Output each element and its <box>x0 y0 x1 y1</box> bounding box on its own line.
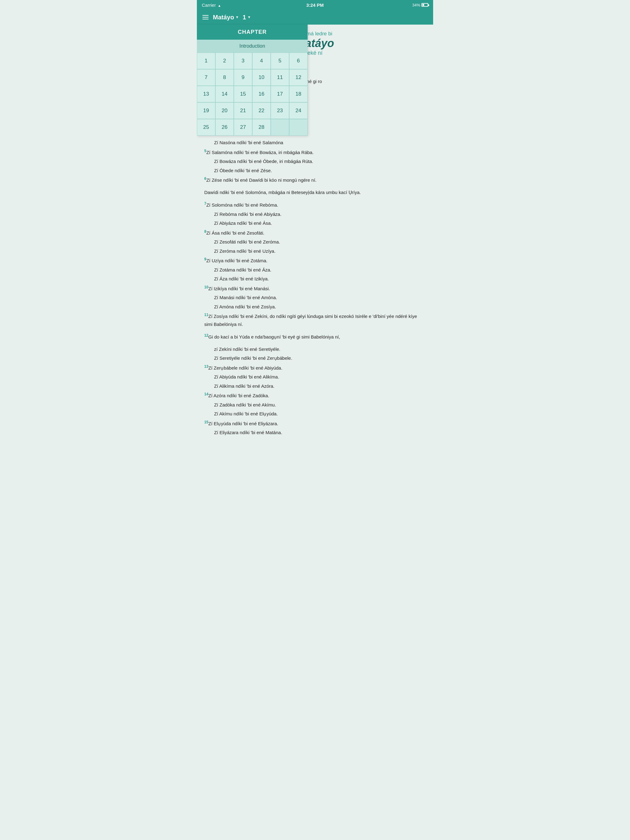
verse-line: Zí Zotáma ndíki 'bi ené Áza. <box>204 266 426 274</box>
nav-title[interactable]: Matáyo ▼ 1 ▼ <box>213 14 251 21</box>
verse-number: 13 <box>204 364 208 369</box>
verse-line: Zí Abiyúda ndíki 'bi ené Alikíma. <box>204 373 426 381</box>
verse-line: 9Zí Uzíya ndíki 'bi ené Zotáma. <box>204 256 426 265</box>
verse-line: Zí Eliyázara ndíki 'bi ené Matána. <box>204 429 426 437</box>
battery-percentage: 34% <box>412 3 420 7</box>
book-title: Matáyo <box>213 14 234 21</box>
chapter-cell-7[interactable]: 7 <box>197 69 215 86</box>
chapter-cell-1[interactable]: 1 <box>197 52 215 69</box>
book-dropdown-arrow: ▼ <box>235 15 239 19</box>
verse-number: 9 <box>204 257 206 261</box>
battery-icon <box>421 3 428 7</box>
verse-number: 6 <box>204 177 206 181</box>
chapter-cell-27[interactable]: 27 <box>234 119 252 136</box>
verse-line: 10Zí Izikíya ndíki 'bi ené Manási. <box>204 284 426 293</box>
verse-line: 15Zí Elụyúda ndíki 'bi ené Eliyázara. <box>204 419 426 428</box>
verse-line: Zí Manási ndíki 'bi ené Amóna. <box>204 294 426 302</box>
verse-line: zí Zekíni ndíki 'bi ené Seretiyéle. <box>204 345 426 353</box>
verse-number: 10 <box>204 285 208 289</box>
status-bar: Carrier 3:24 PM 34% <box>197 0 433 10</box>
chapter-cell-28[interactable]: 28 <box>252 119 271 136</box>
chapter-cell-20[interactable]: 20 <box>215 103 234 119</box>
chapter-picker-title: CHAPTER <box>238 29 267 35</box>
chapter-cell-11[interactable]: 11 <box>271 69 289 86</box>
verse-number: 12 <box>204 333 208 338</box>
verse-spacer <box>204 329 426 332</box>
verse-line: 5Zí Salamóna ndíki 'bi ené Bowáza, iri m… <box>204 148 426 156</box>
verse-number: 14 <box>204 392 208 396</box>
chapter-cell-6[interactable]: 6 <box>289 52 308 69</box>
verse-number: 5 <box>204 149 206 153</box>
chapter-cell-21[interactable]: 21 <box>234 103 252 119</box>
verse-line: 12Gi do kací a bi Yúda e nda'baogụní 'bi… <box>204 332 426 341</box>
chapter-cell-4[interactable]: 4 <box>252 52 271 69</box>
introduction-label: Introduction <box>239 43 265 49</box>
chapter-cell-10[interactable]: 10 <box>252 69 271 86</box>
chapter-number: 1 <box>243 14 246 21</box>
status-bar-right: 34% <box>412 3 428 7</box>
chapter-cell-13[interactable]: 13 <box>197 86 215 103</box>
chapter-cell-25[interactable]: 25 <box>197 119 215 136</box>
wifi-icon <box>218 2 221 8</box>
carrier-label: Carrier <box>202 2 216 8</box>
verse-line: Zí Nasóna ndíki 'bi ené Salamóna <box>204 139 426 147</box>
verse-line: Zí Zadóka ndíki 'bi ené Akímu. <box>204 401 426 409</box>
chapter-cell-3[interactable]: 3 <box>234 52 252 69</box>
verse-line: Zí Seretiyéle ndíki 'bi ené Zerụbábele. <box>204 354 426 362</box>
chapter-cell-8[interactable]: 8 <box>215 69 234 86</box>
chapter-cell-24[interactable]: 24 <box>289 103 308 119</box>
verse-line: 7Zí Solomóna ndíki 'bi ené Rebóma. <box>204 201 426 209</box>
verse-line: Zí Zesofáti ndíki 'bi ené Zeróma. <box>204 238 426 246</box>
chapter-cell-16[interactable]: 16 <box>252 86 271 103</box>
verse-line: Zí Zeróma ndíki 'bi ené Uzíya. <box>204 247 426 255</box>
verse-line: Dawídi ndiki 'bi ené Solomóna, mbágáa ni… <box>204 188 426 196</box>
verse-line: 14Zí Azóra ndíki 'bi ené Zadóka. <box>204 391 426 400</box>
chapter-cell-23[interactable]: 23 <box>271 103 289 119</box>
chapter-cell-14[interactable]: 14 <box>215 86 234 103</box>
chapter-cell-18[interactable]: 18 <box>289 86 308 103</box>
verse-line: 6Zí Zése ndíki 'bi ené Dawídi bi kóo ni … <box>204 175 426 184</box>
chapter-dropdown-arrow: ▼ <box>247 15 251 19</box>
chapter-picker: CHAPTER Introduction 1 2 3 4 5 6 7 8 9 1… <box>197 25 308 136</box>
verse-line: Zí Amóna ndíki 'bi ené Zosíya. <box>204 303 426 311</box>
chapter-cell-5[interactable]: 5 <box>271 52 289 69</box>
verse-line: Zí Alikíma ndíki 'bi ené Azóra. <box>204 382 426 390</box>
chapter-cell-19[interactable]: 19 <box>197 103 215 119</box>
verse-line: 8Zí Ása ndíki 'bi ené Zesofáti. <box>204 229 426 237</box>
verse-number: 7 <box>204 201 206 206</box>
verse-spacer <box>204 185 426 188</box>
verse-number: 11 <box>204 313 208 317</box>
main-text: Bilámá ledre bi Matáyo eké ní to bulúndu… <box>197 25 433 840</box>
chapter-picker-header: CHAPTER <box>197 25 308 39</box>
verse-line: Zí Abiyáza ndíki 'bi ené Ása. <box>204 219 426 227</box>
chapter-cell-17[interactable]: 17 <box>271 86 289 103</box>
verse-number: 15 <box>204 420 208 424</box>
chapter-cell-22[interactable]: 22 <box>252 103 271 119</box>
status-bar-left: Carrier <box>202 2 221 8</box>
chapter-cell-2[interactable]: 2 <box>215 52 234 69</box>
hamburger-menu-icon[interactable] <box>201 14 210 21</box>
battery-fill <box>423 4 424 6</box>
chapter-grid: 1 2 3 4 5 6 7 8 9 10 11 12 13 14 15 16 1… <box>197 52 308 136</box>
verse-line: 11Zí Zosíya ndíki 'bi ené Zekíni, do ndí… <box>204 312 426 328</box>
verse-line: 13Zí Zerụbábele ndíki 'bi ené Abiyúda. <box>204 363 426 372</box>
verse-number: 8 <box>204 229 206 234</box>
chapter-cell-empty-1 <box>271 119 289 136</box>
content-area: CHAPTER Introduction 1 2 3 4 5 6 7 8 9 1… <box>197 25 433 840</box>
chapter-cell-empty-2 <box>289 119 308 136</box>
verse-line: Zí Akímu ndíki 'bi ené Elụyúda. <box>204 410 426 418</box>
verse-line: Zí Bowáza ndíki 'bi ené Óbede, iri mbágá… <box>204 158 426 166</box>
verse-spacer <box>204 197 426 201</box>
introduction-button[interactable]: Introduction <box>197 39 308 52</box>
status-time: 3:24 PM <box>306 2 324 8</box>
verse-line: Zí Óbede ndíki 'bi ené Zése. <box>204 167 426 175</box>
chapter-cell-15[interactable]: 15 <box>234 86 252 103</box>
verse-line: Zí Áza ndíki 'bi ené Izikíya. <box>204 275 426 283</box>
chapter-cell-26[interactable]: 26 <box>215 119 234 136</box>
chapter-cell-12[interactable]: 12 <box>289 69 308 86</box>
verse-line: Zí Rebóma ndíki 'bi ené Abiyáza. <box>204 210 426 218</box>
verse-spacer <box>204 342 426 345</box>
nav-bar: Matáyo ▼ 1 ▼ <box>197 10 433 25</box>
chapter-cell-9[interactable]: 9 <box>234 69 252 86</box>
